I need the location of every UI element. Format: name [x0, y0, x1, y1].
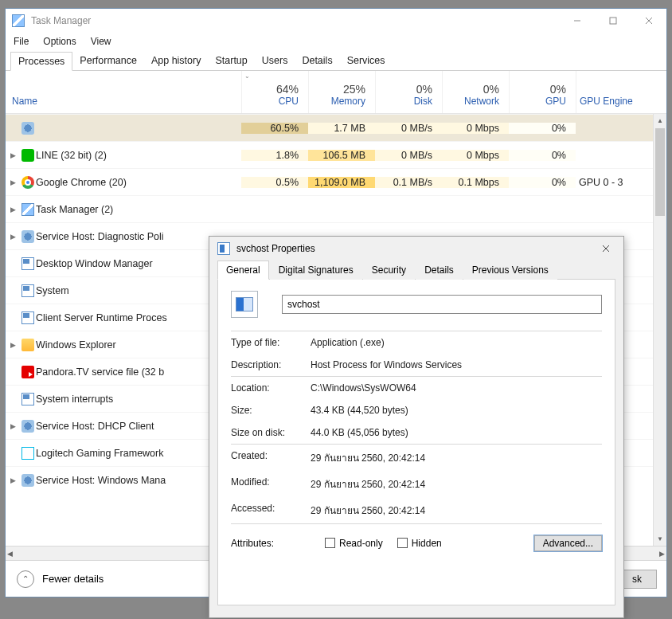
col-network[interactable]: 0%Network [442, 71, 509, 113]
scroll-left-arrow-icon[interactable]: ◀ [7, 550, 13, 558]
expand-chevron-icon[interactable]: ▶ [6, 206, 20, 214]
tab-startup[interactable]: Startup [208, 52, 254, 70]
scroll-down-arrow-icon[interactable]: ▼ [654, 532, 666, 546]
tab-details[interactable]: Details [295, 52, 339, 70]
process-row[interactable]: ▶Google Chrome (20)0.5%1,109.0 MB0.1 MB/… [6, 168, 666, 195]
task-manager-icon [12, 14, 25, 27]
expand-chevron-icon[interactable]: ▶ [6, 422, 20, 430]
col-gpu[interactable]: 0%GPU [509, 71, 576, 113]
process-name: LINE (32 bit) (2) [36, 150, 241, 161]
disk-value: 0 MB/s [375, 150, 442, 161]
process-row[interactable]: 60.5%1.7 MB0 MB/s0 Mbps0% [6, 114, 666, 141]
col-cpu[interactable]: 64%CPU [241, 71, 308, 113]
gpu-value: 0% [509, 177, 576, 188]
network-value: 0 Mbps [442, 123, 509, 134]
scrollbar-thumb[interactable] [655, 128, 665, 216]
line-icon [21, 149, 34, 162]
tm-titlebar[interactable]: Task Manager [6, 9, 666, 33]
memory-value: 1.7 MB [308, 123, 375, 134]
expand-chevron-icon[interactable]: ▶ [6, 233, 20, 241]
vertical-scrollbar[interactable]: ▲ ▼ [653, 114, 666, 546]
cpu-value: 0.5% [241, 177, 308, 188]
accessed-key: Accessed: [231, 503, 311, 518]
location-value: C:\Windows\SysWOW64 [311, 382, 416, 394]
type-value: Application (.exe) [311, 337, 385, 348]
folder-icon [21, 339, 34, 351]
network-value: 0 Mbps [442, 150, 509, 161]
col-gpu-engine[interactable]: GPU Engine [576, 71, 666, 113]
prop-tab-previous-versions[interactable]: Previous Versions [463, 261, 557, 280]
memory-value: 1,109.0 MB [308, 177, 375, 188]
hidden-checkbox[interactable]: Hidden [397, 538, 442, 549]
cpu-value: 60.5% [241, 123, 308, 134]
filename-input[interactable] [282, 295, 602, 314]
size-on-disk-key: Size on disk: [231, 427, 311, 438]
app-icon [217, 242, 230, 255]
close-button[interactable] [631, 10, 666, 32]
menu-options[interactable]: Options [43, 36, 76, 47]
sort-chevron-icon: ⌄ [244, 72, 250, 80]
attributes-key: Attributes: [231, 538, 311, 549]
fewer-details-label[interactable]: Fewer details [42, 573, 104, 585]
readonly-checkbox[interactable]: Read-only [325, 538, 383, 549]
fewer-details-toggle[interactable]: ⌃ [17, 570, 34, 588]
tab-services[interactable]: Services [340, 52, 393, 70]
size-on-disk-value: 44.0 KB (45,056 bytes) [311, 427, 408, 438]
expand-chevron-icon[interactable]: ▶ [6, 476, 20, 484]
process-name: Task Manager (2) [36, 204, 241, 215]
tab-users[interactable]: Users [255, 52, 295, 70]
tab-performance[interactable]: Performance [72, 52, 144, 70]
advanced-button[interactable]: Advanced... [534, 535, 602, 551]
menu-file[interactable]: File [14, 36, 29, 47]
gpu-value: 0% [509, 150, 576, 161]
cpu-value: 1.8% [241, 150, 308, 161]
tab-app-history[interactable]: App history [144, 52, 209, 70]
prop-tab-digital-signatures[interactable]: Digital Signatures [270, 261, 362, 280]
tm-tabs: Processes Performance App history Startu… [6, 50, 666, 71]
properties-dialog: svchost Properties General Digital Signa… [209, 236, 624, 618]
win-icon [21, 393, 34, 405]
created-key: Created: [231, 450, 311, 465]
prop-tab-security[interactable]: Security [363, 261, 415, 280]
description-value: Host Process for Windows Services [311, 359, 462, 370]
column-headers: Name ⌄ 64%CPU 25%Memory 0%Disk 0%Network… [6, 71, 666, 114]
gpu-value: 0% [509, 123, 576, 134]
svg-rect-1 [610, 18, 616, 24]
win-icon [21, 311, 34, 324]
prop-titlebar[interactable]: svchost Properties [209, 237, 623, 261]
menu-view[interactable]: View [91, 36, 111, 47]
network-value: 0.1 Mbps [442, 177, 509, 188]
description-key: Description: [231, 359, 311, 370]
tab-processes[interactable]: Processes [10, 52, 72, 71]
expand-chevron-icon[interactable]: ▶ [6, 151, 20, 159]
disk-value: 0.1 MB/s [375, 177, 442, 188]
scroll-right-arrow-icon[interactable]: ▶ [659, 550, 665, 558]
checkbox-icon [397, 538, 408, 548]
expand-chevron-icon[interactable]: ▶ [6, 178, 20, 186]
expand-chevron-icon[interactable]: ▶ [6, 341, 20, 349]
prop-close-button[interactable] [588, 237, 623, 260]
gear-icon [21, 230, 34, 243]
size-value: 43.4 KB (44,520 bytes) [311, 405, 408, 416]
prop-tab-details[interactable]: Details [416, 261, 463, 280]
minimize-button[interactable] [559, 10, 595, 32]
file-type-icon [231, 291, 258, 318]
process-row[interactable]: ▶Task Manager (2) [6, 195, 666, 222]
modified-value: 29 กันยายน 2560, 20:42:14 [311, 476, 425, 492]
accessed-value: 29 กันยายน 2560, 20:42:14 [311, 503, 425, 518]
gear-icon [21, 122, 34, 135]
prop-tab-general[interactable]: General [217, 261, 269, 280]
created-value: 29 กันยายน 2560, 20:42:14 [311, 450, 425, 465]
scroll-up-arrow-icon[interactable]: ▲ [654, 114, 666, 127]
checkbox-icon [325, 538, 335, 548]
maximize-button[interactable] [595, 10, 631, 32]
size-key: Size: [231, 405, 311, 416]
col-name[interactable]: Name [6, 71, 241, 113]
col-disk[interactable]: 0%Disk [375, 71, 442, 113]
process-row[interactable]: ▶LINE (32 bit) (2)1.8%106.5 MB0 MB/s0 Mb… [6, 141, 666, 168]
disk-value: 0 MB/s [375, 123, 442, 134]
memory-value: 106.5 MB [308, 150, 375, 161]
tm-menubar: File Options View [6, 33, 666, 50]
prop-tabs: General Digital Signatures Security Deta… [209, 261, 623, 280]
col-memory[interactable]: 25%Memory [308, 71, 375, 113]
